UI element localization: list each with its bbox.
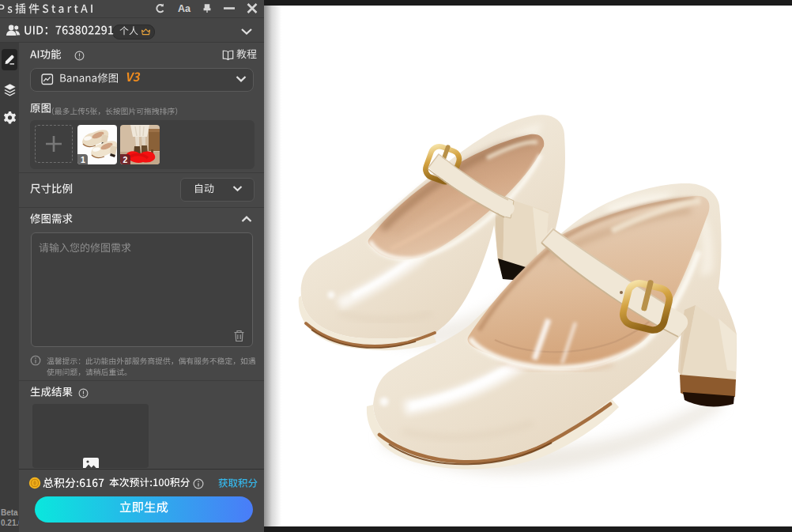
- svg-text:1: 1: [81, 155, 85, 164]
- svg-text:2: 2: [123, 155, 127, 164]
- svg-text:Aa: Aa: [178, 3, 191, 14]
